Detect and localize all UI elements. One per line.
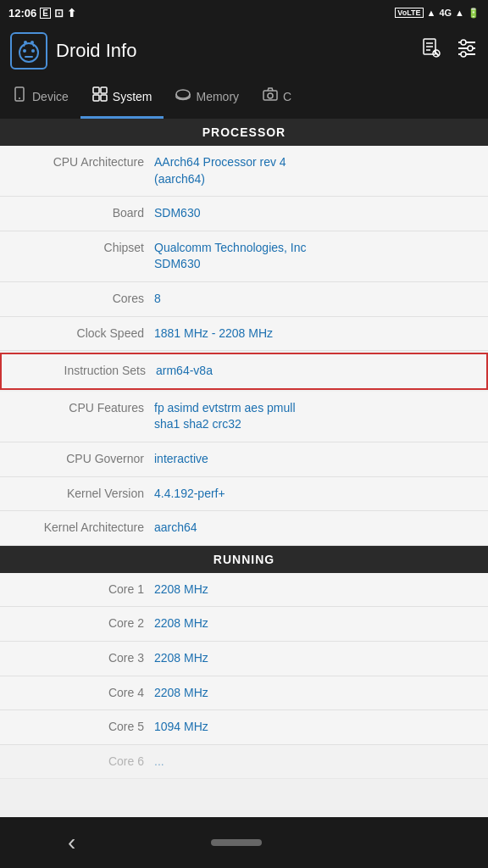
- info-row-0-8: Kernel Version4.4.192-perf+: [0, 477, 488, 512]
- svg-point-20: [19, 97, 20, 99]
- tab-device[interactable]: Device: [0, 76, 80, 119]
- info-row-1-2: Core 32208 MHz: [0, 642, 488, 676]
- signal-icon2: ▲: [455, 8, 464, 18]
- info-value-0-0: AArch64 Processor rev 4 (aarch64): [154, 154, 478, 187]
- status-left: 12:06 E ⊡ ⬆: [8, 7, 76, 19]
- back-button[interactable]: ‹: [68, 829, 75, 856]
- svg-point-7: [30, 41, 34, 44]
- info-label-0-4: Clock Speed: [10, 326, 154, 342]
- info-value-0-7: interactive: [154, 451, 478, 468]
- info-row-1-3: Core 42208 MHz: [0, 676, 488, 711]
- status-esim: E: [40, 8, 51, 19]
- svg-point-16: [461, 40, 466, 45]
- section-header-1: RUNNING: [0, 546, 488, 573]
- svg-rect-24: [101, 95, 107, 101]
- info-label-0-2: Chipset: [10, 240, 154, 257]
- info-label-1-4: Core 5: [10, 719, 154, 736]
- info-row-0-7: CPU Governorinteractive: [0, 442, 488, 477]
- app-logo-icon: [10, 32, 47, 70]
- info-row-1-1: Core 22208 MHz: [0, 607, 488, 642]
- info-row-1-0: Core 12208 MHz: [0, 573, 488, 608]
- info-value-partial: ...: [154, 754, 478, 771]
- network-type: 4G: [439, 8, 452, 18]
- info-value-0-3: 8: [154, 291, 478, 308]
- svg-rect-23: [93, 95, 99, 101]
- app-title: Droid Info: [56, 40, 136, 62]
- info-value-0-2: Qualcomm Technologies, Inc SDM630: [154, 240, 478, 273]
- info-label-partial: Core 6: [10, 754, 154, 771]
- svg-point-17: [468, 46, 473, 51]
- info-value-0-9: aarch64: [154, 520, 478, 537]
- filter-icon[interactable]: [456, 37, 478, 64]
- tab-memory[interactable]: Memory: [164, 76, 251, 119]
- info-row-0-9: Kernel Architectureaarch64: [0, 511, 488, 546]
- app-bar-right: [420, 37, 478, 64]
- system-tab-icon: [92, 86, 108, 106]
- info-value-0-1: SDM630: [154, 205, 478, 222]
- device-tab-icon: [12, 86, 27, 106]
- info-value-1-3: 2208 MHz: [154, 685, 478, 702]
- svg-point-2: [31, 49, 35, 53]
- info-label-0-5: Instruction Sets: [12, 363, 156, 380]
- info-row-0-5: Instruction Setsarm64-v8a: [0, 353, 488, 390]
- info-value-1-2: 2208 MHz: [154, 650, 478, 667]
- info-label-1-2: Core 3: [10, 650, 154, 667]
- tab-system-label: System: [113, 90, 152, 103]
- info-label-0-3: Cores: [10, 291, 154, 308]
- info-label-0-6: CPU Features: [10, 400, 154, 417]
- svg-point-6: [24, 41, 27, 44]
- tab-memory-label: Memory: [196, 90, 239, 103]
- tab-camera-label: C: [283, 90, 291, 103]
- info-label-0-9: Kernel Architecture: [10, 520, 154, 537]
- info-label-1-3: Core 4: [10, 685, 154, 702]
- svg-rect-3: [25, 56, 33, 58]
- volte-badge: VoLTE: [395, 8, 423, 18]
- app-bar-left: Droid Info: [10, 32, 136, 70]
- tab-camera[interactable]: C: [251, 76, 303, 119]
- home-indicator[interactable]: [211, 839, 262, 846]
- svg-point-25: [176, 90, 190, 98]
- info-value-0-8: 4.4.192-perf+: [154, 486, 478, 503]
- info-value-1-4: 1094 MHz: [154, 719, 478, 736]
- tab-bar: Device System Memory: [0, 76, 488, 119]
- tab-system[interactable]: System: [80, 76, 164, 119]
- status-icon2: ⊡: [54, 7, 64, 19]
- app-bar: Droid Info: [0, 25, 488, 76]
- battery-icon: 🔋: [468, 8, 480, 19]
- info-label-0-8: Kernel Version: [10, 486, 154, 503]
- svg-point-0: [19, 43, 38, 62]
- bottom-nav: ‹: [0, 817, 488, 868]
- svg-rect-21: [93, 87, 99, 93]
- tab-device-label: Device: [32, 90, 69, 103]
- info-value-0-6: fp asimd evtstrm aes pmull sha1 sha2 crc…: [154, 400, 478, 433]
- content-area: PROCESSORCPU ArchitectureAArch64 Process…: [0, 119, 488, 779]
- info-row-0-0: CPU ArchitectureAArch64 Processor rev 4 …: [0, 146, 488, 197]
- signal-icon: ▲: [427, 8, 436, 18]
- info-label-1-1: Core 2: [10, 615, 154, 632]
- info-row-0-4: Clock Speed1881 MHz - 2208 MHz: [0, 317, 488, 352]
- info-row-partial: Core 6...: [0, 745, 488, 780]
- info-value-0-5: arm64-v8a: [156, 363, 476, 380]
- camera-tab-icon: [263, 86, 278, 106]
- status-time: 12:06: [8, 7, 36, 19]
- info-row-0-3: Cores8: [0, 282, 488, 317]
- section-header-0: PROCESSOR: [0, 119, 488, 146]
- svg-point-29: [268, 93, 273, 98]
- info-label-0-1: Board: [10, 205, 154, 222]
- info-row-0-2: ChipsetQualcomm Technologies, Inc SDM630: [0, 231, 488, 282]
- svg-point-18: [461, 52, 466, 57]
- info-row-0-1: BoardSDM630: [0, 197, 488, 231]
- info-label-1-0: Core 1: [10, 581, 154, 598]
- info-value-1-0: 2208 MHz: [154, 581, 478, 598]
- report-icon[interactable]: [420, 37, 442, 64]
- info-value-0-4: 1881 MHz - 2208 MHz: [154, 326, 478, 342]
- memory-tab-icon: [175, 86, 191, 106]
- svg-rect-22: [101, 87, 107, 93]
- info-row-0-6: CPU Featuresfp asimd evtstrm aes pmull s…: [0, 392, 488, 442]
- info-label-0-7: CPU Governor: [10, 451, 154, 468]
- info-value-1-1: 2208 MHz: [154, 615, 478, 632]
- svg-point-1: [23, 49, 26, 53]
- status-icon3: ⬆: [67, 7, 76, 19]
- info-row-1-4: Core 51094 MHz: [0, 710, 488, 745]
- status-right: VoLTE ▲ 4G ▲ 🔋: [395, 8, 480, 19]
